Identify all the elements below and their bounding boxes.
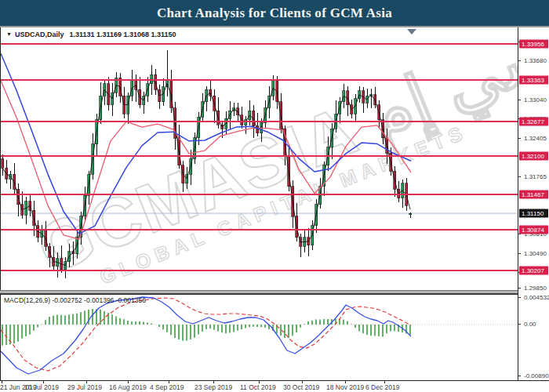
symbol-label: USDCAD,Daily bbox=[15, 31, 64, 38]
sr-price-label: 1.32100 bbox=[519, 152, 548, 161]
macd-indicator-label: MACD(12,26,9) -0.002752 -0.001396 -0.001… bbox=[4, 296, 146, 304]
sr-price-label: 1.33363 bbox=[519, 75, 548, 84]
candle-body bbox=[409, 213, 412, 215]
macd-axis-label: 0.004532 bbox=[524, 294, 549, 301]
ohlc-values: 1.31131 1.31169 1.31068 1.31150 bbox=[69, 31, 176, 38]
axis-tick bbox=[518, 376, 521, 376]
date-label: 11 Oct 2019 bbox=[240, 383, 276, 391]
axis-price-label: 1.32405 bbox=[524, 134, 547, 141]
axis-price-label: 1.33040 bbox=[524, 96, 547, 103]
macd-axis-label: 0.00 bbox=[524, 321, 536, 328]
date-label: 16 Aug 2019 bbox=[109, 383, 147, 391]
sr-price-label: 1.30207 bbox=[519, 266, 548, 274]
trading-chart-window: Chart Analysis for Clients of GCM Asia G… bbox=[0, 0, 549, 392]
macd-signal-line bbox=[1, 298, 411, 371]
axis-price-label: 1.30490 bbox=[524, 249, 547, 256]
candlestick-chart-canvas[interactable] bbox=[1, 27, 518, 290]
axis-tick bbox=[518, 100, 521, 100]
sr-price-label: 1.33956 bbox=[519, 40, 548, 49]
date-axis[interactable]: 21 Jun 201910 Jul 201929 Jul 201916 Aug … bbox=[0, 380, 549, 392]
axis-tick bbox=[518, 60, 521, 61]
axis-tick bbox=[518, 288, 521, 289]
title-banner: Chart Analysis for Clients of GCM Asia bbox=[0, 0, 549, 26]
axis-tick bbox=[518, 324, 521, 325]
macd-axis-label: -0.008901 bbox=[524, 372, 549, 379]
title-separator bbox=[0, 26, 549, 27]
collapse-triangle-icon[interactable]: ▼ bbox=[6, 31, 12, 37]
axis-tick bbox=[518, 297, 521, 298]
date-label: 18 Nov 2019 bbox=[326, 383, 364, 391]
axis-tick bbox=[518, 138, 521, 139]
axis-price-label: 1.33680 bbox=[524, 57, 547, 64]
sr-price-label: 1.31467 bbox=[519, 190, 548, 198]
date-label: 23 Sep 2019 bbox=[195, 383, 232, 391]
date-label: 6 Dec 2019 bbox=[365, 383, 399, 391]
axis-tick bbox=[518, 176, 521, 177]
date-label: 29 Jul 2019 bbox=[67, 383, 102, 391]
chart-shift-marker-icon[interactable] bbox=[407, 29, 416, 34]
sr-price-label: 1.30874 bbox=[519, 226, 548, 234]
date-label: 30 Oct 2019 bbox=[283, 383, 319, 391]
macd-chart-canvas[interactable] bbox=[1, 295, 518, 381]
page-title: Chart Analysis for Clients of GCM Asia bbox=[157, 5, 392, 21]
date-label: 10 Jul 2019 bbox=[24, 383, 59, 391]
sr-price-label: 1.32677 bbox=[519, 117, 548, 125]
axis-tick bbox=[518, 253, 521, 254]
symbol-header: ▼USDCAD,Daily1.31131 1.31169 1.31068 1.3… bbox=[6, 31, 176, 38]
current-price-label: 1.31150 bbox=[519, 209, 548, 218]
panel-splitter[interactable] bbox=[0, 290, 518, 294]
axis-price-label: 1.31765 bbox=[524, 172, 547, 180]
price-axis[interactable]: 1.340001.336801.330401.327251.324051.317… bbox=[518, 27, 549, 380]
macd-panel[interactable]: MACD(12,26,9) -0.002752 -0.001396 -0.001… bbox=[0, 294, 518, 381]
candle-body bbox=[2, 159, 4, 169]
date-label: 4 Sep 2019 bbox=[150, 383, 184, 391]
main-chart-panel[interactable]: ▼USDCAD,Daily1.31131 1.31169 1.31068 1.3… bbox=[0, 27, 518, 290]
axis-price-label: 1.29850 bbox=[524, 285, 547, 292]
